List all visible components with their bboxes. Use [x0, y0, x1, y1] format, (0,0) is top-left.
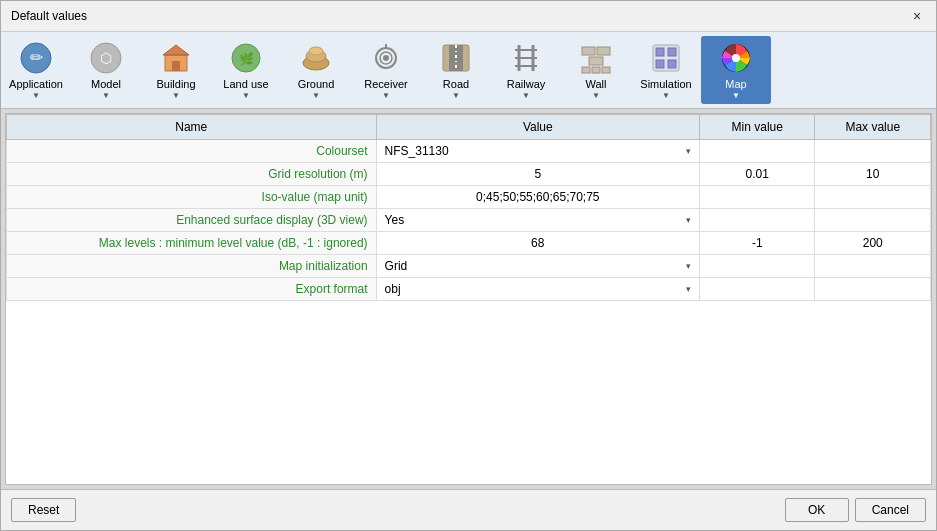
svg-rect-36 [668, 60, 676, 68]
row-value[interactable]: NFS_31130▾ [376, 140, 699, 163]
svg-rect-30 [592, 67, 600, 73]
road-label: Road [443, 78, 469, 90]
table-row: ColoursetNFS_31130▾ [7, 140, 931, 163]
svg-rect-29 [582, 67, 590, 73]
ok-button[interactable]: OK [785, 498, 849, 522]
dropdown-arrow: ▾ [686, 146, 691, 156]
row-name: Colourset [7, 140, 377, 163]
row-value[interactable]: 68 [376, 232, 699, 255]
row-min-value [699, 255, 815, 278]
landuse-icon: 🌿 [228, 40, 264, 76]
application-icon: ✏ [18, 40, 54, 76]
table-row: Enhanced surface display (3D view)Yes▾ [7, 209, 931, 232]
road-arrow: ▼ [452, 91, 460, 100]
map-arrow: ▼ [732, 91, 740, 100]
row-min-value: -1 [699, 232, 815, 255]
receiver-label: Receiver [364, 78, 407, 90]
footer-actions: OK Cancel [785, 498, 926, 522]
toolbar-item-railway[interactable]: Railway ▼ [491, 36, 561, 104]
landuse-label: Land use [223, 78, 268, 90]
toolbar-item-ground[interactable]: Ground ▼ [281, 36, 351, 104]
row-name: Map initialization [7, 255, 377, 278]
simulation-arrow: ▼ [662, 91, 670, 100]
model-arrow: ▼ [102, 91, 110, 100]
toolbar-item-receiver[interactable]: Receiver ▼ [351, 36, 421, 104]
footer: Reset OK Cancel [1, 489, 936, 530]
table-container: Name Value Min value Max value Colourset… [5, 113, 932, 485]
dialog-title: Default values [11, 9, 87, 23]
toolbar-item-map[interactable]: Map ▼ [701, 36, 771, 104]
row-min-value [699, 209, 815, 232]
svg-text:🌿: 🌿 [239, 51, 254, 66]
content-area: Name Value Min value Max value Colourset… [1, 109, 936, 489]
col-header-min: Min value [699, 115, 815, 140]
simulation-label: Simulation [640, 78, 691, 90]
row-max-value [815, 140, 931, 163]
svg-text:✏: ✏ [30, 49, 44, 66]
toolbar-item-model[interactable]: ⬡ Model ▼ [71, 36, 141, 104]
col-header-name: Name [7, 115, 377, 140]
railway-label: Railway [507, 78, 546, 90]
row-value[interactable]: obj▾ [376, 278, 699, 301]
landuse-arrow: ▼ [242, 91, 250, 100]
receiver-icon [368, 40, 404, 76]
dropdown-arrow: ▾ [686, 261, 691, 271]
svg-rect-26 [582, 47, 595, 55]
wall-label: Wall [586, 78, 607, 90]
table-row: Max levels : minimum level value (dB, -1… [7, 232, 931, 255]
title-bar: Default values × [1, 1, 936, 32]
dialog: Default values × ✏ Application ▼ ⬡ [0, 0, 937, 531]
wall-arrow: ▼ [592, 91, 600, 100]
ground-label: Ground [298, 78, 335, 90]
row-min-value [699, 186, 815, 209]
toolbar: ✏ Application ▼ ⬡ Model ▼ [1, 32, 936, 109]
table-row: Iso-value (map unit)0;45;50;55;60;65;70;… [7, 186, 931, 209]
row-min-value [699, 278, 815, 301]
close-button[interactable]: × [908, 7, 926, 25]
svg-point-11 [309, 47, 323, 55]
col-header-max: Max value [815, 115, 931, 140]
application-arrow: ▼ [32, 91, 40, 100]
row-name: Max levels : minimum level value (dB, -1… [7, 232, 377, 255]
row-value[interactable]: Grid▾ [376, 255, 699, 278]
svg-rect-34 [668, 48, 676, 56]
dropdown-arrow: ▾ [686, 215, 691, 225]
svg-rect-35 [656, 60, 664, 68]
svg-rect-33 [656, 48, 664, 56]
reset-button[interactable]: Reset [11, 498, 76, 522]
row-value[interactable]: Yes▾ [376, 209, 699, 232]
row-min-value [699, 140, 815, 163]
model-label: Model [91, 78, 121, 90]
svg-point-14 [383, 55, 389, 61]
toolbar-item-application[interactable]: ✏ Application ▼ [1, 36, 71, 104]
svg-marker-5 [163, 45, 189, 55]
railway-icon [508, 40, 544, 76]
toolbar-item-road[interactable]: Road ▼ [421, 36, 491, 104]
row-name: Iso-value (map unit) [7, 186, 377, 209]
svg-rect-28 [589, 57, 603, 65]
toolbar-item-landuse[interactable]: 🌿 Land use ▼ [211, 36, 281, 104]
map-icon [718, 40, 754, 76]
svg-rect-27 [597, 47, 610, 55]
row-value[interactable]: 5 [376, 163, 699, 186]
map-label: Map [725, 78, 746, 90]
building-icon [158, 40, 194, 76]
svg-rect-6 [172, 61, 180, 71]
model-icon: ⬡ [88, 40, 124, 76]
ground-arrow: ▼ [312, 91, 320, 100]
row-max-value [815, 186, 931, 209]
table-row: Map initializationGrid▾ [7, 255, 931, 278]
svg-text:⬡: ⬡ [100, 50, 112, 66]
row-name: Enhanced surface display (3D view) [7, 209, 377, 232]
row-value[interactable]: 0;45;50;55;60;65;70;75 [376, 186, 699, 209]
toolbar-item-building[interactable]: Building ▼ [141, 36, 211, 104]
receiver-arrow: ▼ [382, 91, 390, 100]
svg-point-38 [732, 54, 740, 62]
toolbar-item-simulation[interactable]: Simulation ▼ [631, 36, 701, 104]
cancel-button[interactable]: Cancel [855, 498, 926, 522]
application-label: Application [9, 78, 63, 90]
row-name: Grid resolution (m) [7, 163, 377, 186]
toolbar-item-wall[interactable]: Wall ▼ [561, 36, 631, 104]
row-min-value: 0.01 [699, 163, 815, 186]
building-arrow: ▼ [172, 91, 180, 100]
